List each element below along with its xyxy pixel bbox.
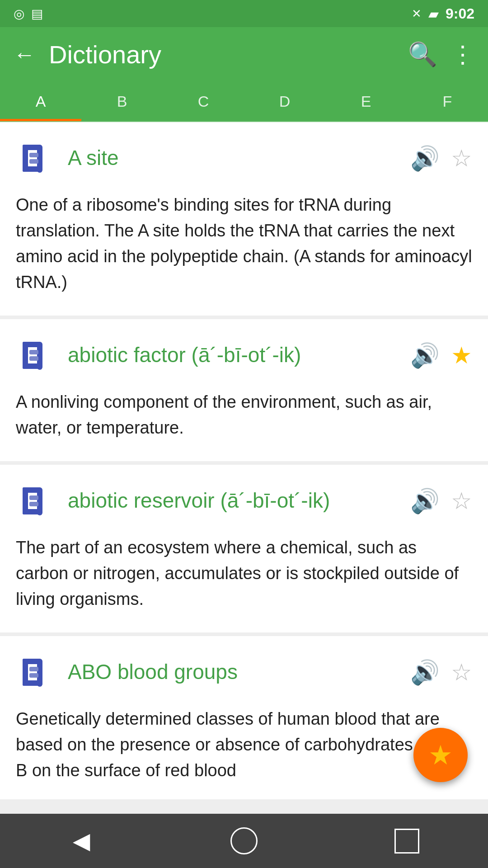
battery-icon: ▰ <box>428 6 439 22</box>
more-button[interactable]: ⋮ <box>451 41 474 68</box>
nav-home-icon <box>230 827 258 854</box>
entry-actions: 🔊 ☆ <box>410 145 472 172</box>
fab-favorites-button[interactable]: ★ <box>413 728 468 782</box>
tab-d[interactable]: D <box>244 81 325 121</box>
tab-e[interactable]: E <box>325 81 407 121</box>
nav-back-icon: ◀ <box>73 828 90 854</box>
sound-button[interactable]: 🔊 <box>410 342 440 369</box>
svg-rect-22 <box>29 667 38 671</box>
entry-card: abiotic reservoir (ā´-bī-ot´-ik) 🔊 ☆ The… <box>0 465 488 632</box>
entry-title: A site <box>68 146 399 170</box>
entry-header: abiotic reservoir (ā´-bī-ot´-ik) 🔊 ☆ <box>16 481 472 521</box>
svg-rect-5 <box>29 159 38 164</box>
tab-f[interactable]: F <box>407 81 488 121</box>
entry-card: abiotic factor (ā´-bī-ot´-ik) 🔊 ★ A nonl… <box>0 319 488 461</box>
tab-b[interactable]: B <box>81 81 163 121</box>
wifi-icon: ◎ <box>14 6 24 21</box>
entry-definition: One of a ribosome's binding sites for tR… <box>16 192 472 295</box>
favorite-button[interactable]: ★ <box>451 342 472 369</box>
entry-header: A site 🔊 ☆ <box>16 138 472 179</box>
svg-rect-10 <box>29 350 38 354</box>
svg-rect-9 <box>37 342 42 370</box>
entry-logo-icon <box>16 652 56 693</box>
sound-button[interactable]: 🔊 <box>410 145 440 172</box>
search-button[interactable]: 🔍 <box>408 41 437 68</box>
entry-title: abiotic factor (ā´-bī-ot´-ik) <box>68 343 399 368</box>
app-bar: ← Dictionary 🔍 ⋮ <box>0 27 488 81</box>
svg-rect-21 <box>37 659 42 687</box>
svg-rect-11 <box>29 356 38 361</box>
nav-recent-button[interactable] <box>389 823 425 859</box>
entry-header: ABO blood groups 🔊 ☆ <box>16 652 472 693</box>
svg-rect-15 <box>37 487 42 515</box>
sim-icon: ▤ <box>31 6 43 21</box>
status-bar-left: ◎ ▤ <box>14 6 43 21</box>
back-button[interactable]: ← <box>14 42 35 67</box>
svg-rect-17 <box>29 502 38 506</box>
entry-actions: 🔊 ☆ <box>410 487 472 515</box>
entry-actions: 🔊 ★ <box>410 342 472 369</box>
app-title: Dictionary <box>49 40 394 69</box>
entry-card: A site 🔊 ☆ One of a ribosome's binding s… <box>0 122 488 316</box>
entry-card: ABO blood groups 🔊 ☆ Genetically determi… <box>0 636 488 799</box>
status-bar: ◎ ▤ ✕ ▰ 9:02 <box>0 0 488 27</box>
content-area: A site 🔊 ☆ One of a ribosome's binding s… <box>0 122 488 814</box>
entry-logo-icon <box>16 481 56 521</box>
nav-home-button[interactable] <box>226 823 262 859</box>
svg-rect-3 <box>37 145 42 173</box>
entry-logo-icon <box>16 335 56 376</box>
svg-rect-16 <box>29 495 38 500</box>
status-bar-right: ✕ ▰ 9:02 <box>412 5 474 22</box>
svg-rect-23 <box>29 673 38 678</box>
no-signal-icon: ✕ <box>412 7 422 21</box>
nav-bar: ◀ <box>0 814 488 868</box>
tab-c[interactable]: C <box>163 81 244 121</box>
sound-button[interactable]: 🔊 <box>410 659 440 686</box>
entry-title: ABO blood groups <box>68 660 399 684</box>
favorite-button[interactable]: ☆ <box>451 659 472 686</box>
tab-a[interactable]: A <box>0 81 81 121</box>
entry-actions: 🔊 ☆ <box>410 659 472 686</box>
nav-back-button[interactable]: ◀ <box>63 823 99 859</box>
nav-recent-icon <box>394 829 419 854</box>
fab-star-icon: ★ <box>428 739 453 771</box>
svg-rect-4 <box>29 153 38 157</box>
entry-title: abiotic reservoir (ā´-bī-ot´-ik) <box>68 488 399 513</box>
entry-definition: A nonliving component of the environment… <box>16 389 472 441</box>
favorite-button[interactable]: ☆ <box>451 145 472 172</box>
entry-logo-icon <box>16 138 56 179</box>
entry-definition: The part of an ecosystem where a chemica… <box>16 535 472 612</box>
alphabet-tabs: A B C D E F <box>0 81 488 122</box>
entry-header: abiotic factor (ā´-bī-ot´-ik) 🔊 ★ <box>16 335 472 376</box>
sound-button[interactable]: 🔊 <box>410 487 440 515</box>
entry-definition: Genetically determined classes of human … <box>16 706 472 783</box>
favorite-button[interactable]: ☆ <box>451 487 472 514</box>
status-time: 9:02 <box>446 5 474 22</box>
